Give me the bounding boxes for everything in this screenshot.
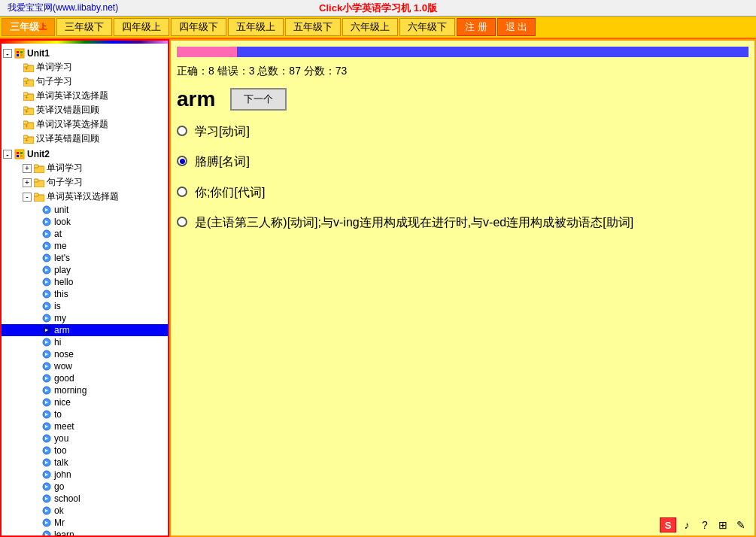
sound-icon-2[interactable] bbox=[41, 217, 53, 227]
sound-icon-23[interactable] bbox=[41, 481, 53, 492]
word-hello-label[interactable]: hello bbox=[54, 277, 73, 287]
word-meet[interactable]: meet bbox=[2, 420, 168, 432]
nav-grade-5down[interactable]: 五年级下 bbox=[285, 18, 341, 36]
word-too-label[interactable]: too bbox=[54, 445, 67, 456]
nav-grade-5up[interactable]: 五年级上 bbox=[228, 18, 284, 36]
word-hi[interactable]: hi bbox=[2, 336, 168, 348]
word-morning-label[interactable]: morning bbox=[54, 385, 87, 396]
tree-container[interactable]: - Unit1 + 单词学习 + 句子学习 + bbox=[2, 44, 168, 535]
word-hello[interactable]: hello bbox=[2, 276, 168, 288]
word-is-label[interactable]: is bbox=[54, 301, 61, 311]
sound-icon-20[interactable] bbox=[41, 445, 53, 456]
word-you[interactable]: you bbox=[2, 432, 168, 444]
word-me[interactable]: me bbox=[2, 240, 168, 252]
choice-3[interactable]: 你;你们[代词] bbox=[177, 184, 748, 201]
sound-icon-26[interactable] bbox=[41, 517, 53, 528]
nav-grade-6down[interactable]: 六年级下 bbox=[399, 18, 455, 36]
sound-icon-19[interactable] bbox=[41, 433, 53, 444]
choice-1[interactable]: 学习[动词] bbox=[177, 123, 748, 140]
word-nice[interactable]: nice bbox=[2, 396, 168, 408]
word-good-label[interactable]: good bbox=[54, 373, 74, 384]
unit1-zh-en-choice[interactable]: + 单词汉译英选择题 bbox=[2, 117, 168, 132]
word-morning[interactable]: morning bbox=[2, 384, 168, 396]
word-school-label[interactable]: school bbox=[54, 493, 80, 504]
word-to[interactable]: to bbox=[2, 408, 168, 420]
word-john[interactable]: john bbox=[2, 469, 168, 481]
unit2-word-study[interactable]: + 单词学习 bbox=[2, 161, 168, 175]
word-look[interactable]: look bbox=[2, 216, 168, 228]
word-talk-label[interactable]: talk bbox=[54, 457, 68, 468]
word-unit[interactable]: unit bbox=[2, 204, 168, 216]
choice-2[interactable]: 胳膊[名词] bbox=[177, 153, 748, 170]
sound-icon-25[interactable] bbox=[41, 505, 53, 516]
unit2-en-zh-choice[interactable]: - 单词英译汉选择题 bbox=[2, 190, 168, 204]
sound-icon-10[interactable] bbox=[41, 313, 53, 323]
sound-icon-24[interactable] bbox=[41, 493, 53, 504]
word-mr[interactable]: Mr bbox=[2, 517, 168, 529]
sound-icon-13[interactable] bbox=[41, 361, 53, 372]
word-you-label[interactable]: you bbox=[54, 433, 68, 444]
word-good[interactable]: good bbox=[2, 372, 168, 384]
word-ok[interactable]: ok bbox=[2, 505, 168, 517]
status-grid-icon[interactable]: ⊞ bbox=[715, 517, 730, 532]
sound-icon-9[interactable] bbox=[41, 301, 53, 311]
word-arm[interactable]: arm bbox=[2, 324, 168, 336]
word-play[interactable]: play bbox=[2, 264, 168, 276]
word-learn[interactable]: learn bbox=[2, 529, 168, 535]
sound-icon-arm[interactable] bbox=[41, 325, 53, 335]
sound-icon-27[interactable] bbox=[41, 529, 53, 535]
word-play-label[interactable]: play bbox=[54, 265, 71, 275]
unit1-header[interactable]: - Unit1 bbox=[2, 47, 168, 60]
word-at[interactable]: at bbox=[2, 228, 168, 240]
word-my[interactable]: my bbox=[2, 312, 168, 324]
word-label[interactable]: unit bbox=[54, 205, 68, 215]
unit1-zh-en-review[interactable]: + 汉译英错题回顾 bbox=[2, 132, 168, 146]
word-at-label[interactable]: at bbox=[54, 229, 62, 239]
word-me-label[interactable]: me bbox=[54, 241, 67, 251]
unit2-expand[interactable]: - bbox=[3, 150, 12, 159]
word-arm-label[interactable]: arm bbox=[54, 325, 70, 335]
nav-grade-3down[interactable]: 三年级下 bbox=[56, 18, 112, 36]
sound-icon-17[interactable] bbox=[41, 409, 53, 420]
word-wow-label[interactable]: wow bbox=[54, 361, 72, 372]
sound-icon-16[interactable] bbox=[41, 397, 53, 408]
word-nose-label[interactable]: nose bbox=[54, 349, 74, 360]
sound-icon-6[interactable] bbox=[41, 265, 53, 275]
unit1-expand[interactable]: - bbox=[3, 49, 12, 58]
word-hi-label[interactable]: hi bbox=[54, 337, 61, 347]
status-music-icon[interactable]: ♪ bbox=[679, 517, 694, 532]
unit2-header[interactable]: - Unit2 bbox=[2, 147, 168, 161]
word-go[interactable]: go bbox=[2, 481, 168, 493]
word-this-label[interactable]: this bbox=[54, 289, 68, 299]
sound-icon[interactable] bbox=[41, 205, 53, 215]
word-this[interactable]: this bbox=[2, 288, 168, 300]
sound-icon-22[interactable] bbox=[41, 469, 53, 480]
sound-icon-3[interactable] bbox=[41, 229, 53, 239]
radio-2[interactable] bbox=[177, 156, 187, 166]
nav-register[interactable]: 注 册 bbox=[457, 18, 496, 36]
nav-grade-4down[interactable]: 四年级下 bbox=[171, 18, 226, 36]
radio-1[interactable] bbox=[177, 126, 187, 136]
word-ok-label[interactable]: ok bbox=[54, 505, 64, 516]
word-meet-label[interactable]: meet bbox=[54, 421, 74, 432]
choice-4[interactable]: 是(主语第三人称)[动词];与v-ing连用构成现在进行时,与v-ed连用构成被… bbox=[177, 214, 748, 231]
word-lets-label[interactable]: let's bbox=[54, 253, 70, 263]
nav-exit[interactable]: 退 出 bbox=[497, 18, 536, 36]
sound-icon-5[interactable] bbox=[41, 253, 53, 263]
word-nice-label[interactable]: nice bbox=[54, 397, 71, 408]
word-is[interactable]: is bbox=[2, 300, 168, 312]
word-go-label[interactable]: go bbox=[54, 481, 64, 492]
sound-icon-8[interactable] bbox=[41, 289, 53, 299]
sound-icon-4[interactable] bbox=[41, 241, 53, 251]
word-mr-label[interactable]: Mr bbox=[54, 517, 65, 528]
sound-icon-21[interactable] bbox=[41, 457, 53, 468]
word-nose[interactable]: nose bbox=[2, 348, 168, 360]
sound-icon-12[interactable] bbox=[41, 349, 53, 360]
word-lets[interactable]: let's bbox=[2, 252, 168, 264]
unit1-en-zh-review[interactable]: + 英译汉错题回顾 bbox=[2, 103, 168, 117]
status-edit-icon[interactable]: ✎ bbox=[733, 517, 748, 532]
unit1-word-study[interactable]: + 单词学习 bbox=[2, 60, 168, 74]
unit2-sentence-study[interactable]: + 句子学习 bbox=[2, 175, 168, 190]
word-john-label[interactable]: john bbox=[54, 469, 71, 480]
word-my-label[interactable]: my bbox=[54, 313, 66, 323]
